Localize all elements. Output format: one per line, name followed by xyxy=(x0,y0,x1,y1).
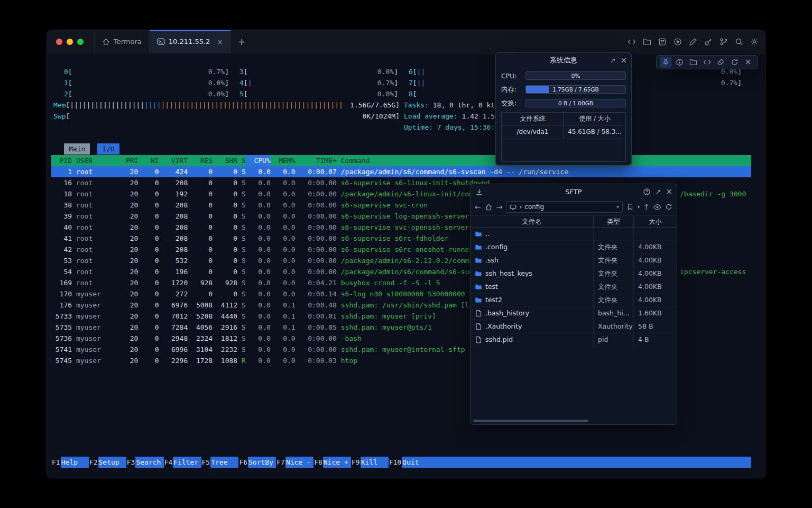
file-row[interactable]: test文件夹4.00KB xyxy=(470,280,677,294)
column-type[interactable]: 类型 xyxy=(593,215,633,227)
tab-termora[interactable]: Termora xyxy=(94,30,150,53)
close-icon[interactable]: × xyxy=(666,188,672,196)
column-ni[interactable]: NI xyxy=(138,155,159,166)
record-icon[interactable] xyxy=(673,38,682,47)
file-size: 58 B xyxy=(633,320,677,333)
column-size[interactable]: 大小 xyxy=(633,215,677,227)
clean-icon[interactable] xyxy=(715,57,726,68)
bookmark-icon[interactable] xyxy=(626,203,634,211)
close-icon[interactable]: × xyxy=(620,57,627,65)
column-res[interactable]: RES xyxy=(188,155,213,166)
forward-icon[interactable]: → xyxy=(496,203,503,211)
back-icon[interactable]: ← xyxy=(475,203,481,211)
file-size: 4 B xyxy=(633,333,677,346)
path-separator: › xyxy=(519,203,522,211)
fkey-button[interactable]: SortBy xyxy=(248,457,276,468)
htop-tab-io[interactable]: I/O xyxy=(97,143,119,155)
path-breadcrumb[interactable]: › config ▾ xyxy=(506,201,622,213)
uptime-row: Uptime: 7 days, 15:36:29 xyxy=(51,122,751,133)
new-tab-button[interactable]: + xyxy=(231,30,252,53)
fs-column-usage: 使用 / 大小 xyxy=(564,113,625,125)
help-icon[interactable] xyxy=(643,188,651,196)
file-row[interactable]: sshd.pidpid4 B xyxy=(470,333,677,347)
file-row[interactable]: .XauthorityXauthority58 B xyxy=(470,320,677,333)
column-mem[interactable]: MEM% xyxy=(271,155,296,166)
folder-icon[interactable] xyxy=(687,57,699,68)
code-icon[interactable] xyxy=(627,38,636,47)
home-icon[interactable] xyxy=(485,203,493,211)
cpu-meter: 0[0.7%] xyxy=(64,66,229,77)
branch-icon[interactable] xyxy=(719,38,728,47)
key-icon[interactable] xyxy=(704,38,713,47)
folder-icon[interactable] xyxy=(642,38,651,47)
parent-directory-icon[interactable]: ↑ xyxy=(643,203,650,211)
tasks-label: Tasks: xyxy=(404,99,433,111)
pin-icon[interactable] xyxy=(660,57,671,68)
zoom-window-button[interactable] xyxy=(77,39,84,45)
column-pri[interactable]: PRI xyxy=(113,155,138,166)
fkey-button[interactable]: Nice - xyxy=(285,457,313,468)
file-row[interactable]: .ssh文件夹4.00KB xyxy=(470,254,677,267)
file-type: pid xyxy=(593,333,633,346)
open-in-window-icon[interactable]: ↗ xyxy=(656,188,661,196)
column-filename[interactable]: 文件名 xyxy=(470,215,593,227)
refresh-icon[interactable] xyxy=(728,57,740,68)
fkey-button[interactable]: Nice + xyxy=(323,457,351,468)
process-table-header: PID USER PRI NI VIRT RES SHR S CPU% MEM%… xyxy=(51,155,751,166)
refresh-icon[interactable] xyxy=(665,203,672,211)
function-key-bar: F1HelpF2SetupF3SearchF4FilterF5TreeF6Sor… xyxy=(51,457,751,468)
fkey-button[interactable]: Quit xyxy=(402,457,430,468)
file-row[interactable]: .bash_historybash_hi...1.60KB xyxy=(470,307,677,320)
column-cpu[interactable]: CPU% xyxy=(246,155,271,166)
fkey-button[interactable]: Help xyxy=(61,457,89,468)
close-window-button[interactable] xyxy=(56,39,62,45)
fkey-button[interactable]: Kill xyxy=(361,457,389,468)
file-name: .bash_history xyxy=(485,307,529,320)
tab-session[interactable]: 10.211.55.2 × xyxy=(150,30,231,53)
log-icon[interactable] xyxy=(658,38,667,47)
column-s[interactable]: S xyxy=(237,155,246,166)
file-name: test2 xyxy=(485,294,502,306)
file-row[interactable]: .config文件夹4.00KB xyxy=(470,241,677,254)
fkey-button[interactable]: Search xyxy=(135,457,163,468)
column-pid[interactable]: PID xyxy=(51,155,72,166)
close-icon[interactable]: × xyxy=(742,57,754,68)
search-icon[interactable] xyxy=(734,38,743,47)
settings-icon[interactable] xyxy=(750,38,759,47)
panel-title: 系统信息 xyxy=(550,56,577,65)
file-type: bash_hi... xyxy=(593,307,633,320)
column-virt[interactable]: VIRT xyxy=(159,155,188,166)
fkey-button[interactable]: Tree xyxy=(210,457,238,468)
cpu-usage-bar: 0% xyxy=(525,71,626,80)
minimize-window-button[interactable] xyxy=(67,39,73,45)
folder-icon xyxy=(475,270,482,277)
process-row[interactable]: 1root20042400S0.00.00:00.07/package/admi… xyxy=(51,166,751,177)
column-shr[interactable]: SHR xyxy=(213,155,237,166)
filesystem-row[interactable]: /dev/vda1 45.61GB / 58.3... xyxy=(502,125,625,139)
file-row[interactable]: ssh_host_keys文件夹4.00KB xyxy=(470,267,677,280)
cpu-meter: 1[0.0%] xyxy=(64,77,229,88)
bookmark-dropdown-icon[interactable]: ▾ xyxy=(638,204,640,210)
open-in-window-icon[interactable]: ↗ xyxy=(610,57,616,65)
path-dropdown-icon[interactable]: ▾ xyxy=(616,204,619,210)
cpu-meter: 5[0.0%] xyxy=(239,88,398,99)
file-row[interactable]: test2文件夹4.00KB xyxy=(470,294,677,307)
info-icon[interactable] xyxy=(673,57,685,68)
edit-icon[interactable] xyxy=(688,38,697,47)
code-icon[interactable] xyxy=(701,57,713,68)
close-tab-icon[interactable]: × xyxy=(217,38,223,46)
uptime-label: Uptime: xyxy=(404,122,437,133)
column-time[interactable]: TIME+ xyxy=(296,155,337,166)
file-type: 文件夹 xyxy=(593,280,633,293)
memory-meter: Mem[||||||||||||||||||||||||||||||||||||… xyxy=(53,99,400,111)
fkey-key: F7 xyxy=(276,457,285,468)
transfers-icon[interactable] xyxy=(475,184,483,199)
htop-tab-main[interactable]: Main xyxy=(64,143,90,155)
file-name: .config xyxy=(485,241,508,253)
fkey-button[interactable]: Filter xyxy=(173,457,201,468)
horizontal-scrollbar[interactable] xyxy=(473,420,588,422)
fkey-button[interactable]: Setup xyxy=(98,457,126,468)
show-hidden-icon[interactable] xyxy=(653,203,661,211)
column-user[interactable]: USER xyxy=(76,155,113,166)
file-row[interactable]: .. xyxy=(470,228,677,241)
